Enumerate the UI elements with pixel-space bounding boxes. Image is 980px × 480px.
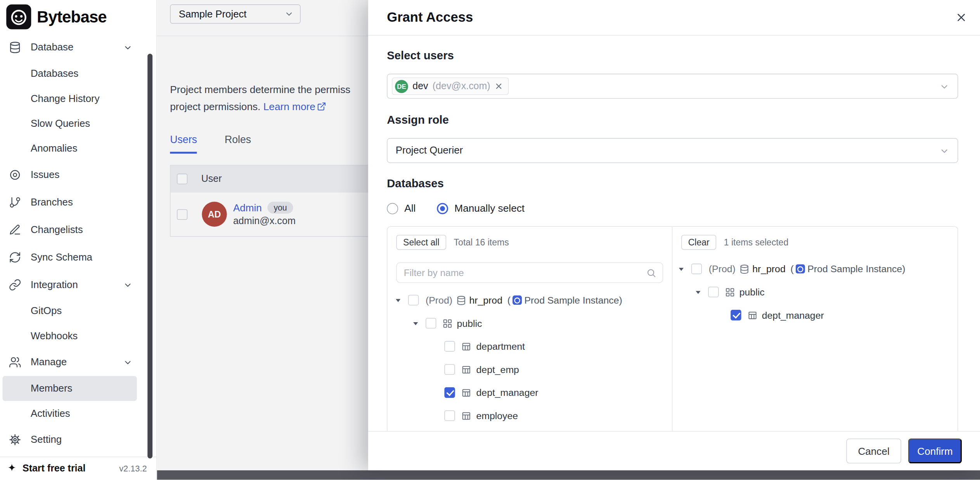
filter-input-wrap: [396, 262, 663, 283]
caret-down-icon[interactable]: [412, 319, 419, 327]
sidebar-item-manage[interactable]: Manage: [0, 349, 156, 376]
select-all-checkbox[interactable]: [177, 173, 187, 184]
sidebar-item-label: Integration: [31, 279, 78, 290]
close-icon[interactable]: [955, 11, 968, 24]
environment-label: (Prod): [709, 263, 736, 275]
row-checkbox[interactable]: [177, 209, 187, 219]
sidebar-item-activities[interactable]: Activities: [0, 401, 156, 426]
tree-row-database[interactable]: (Prod) hr_prod ( Prod Sample Instance): [388, 288, 672, 312]
member-name-link[interactable]: Admin: [233, 202, 262, 214]
tree-row-database[interactable]: (Prod) hr_prod ( Prod Sample Instance): [672, 257, 957, 281]
tree-row-table[interactable]: dept_manager: [672, 304, 957, 327]
instance-name: Prod Sample Instance): [525, 295, 622, 306]
sidebar-item-slow-queries[interactable]: Slow Queries: [0, 111, 156, 136]
sidebar-item-change-history[interactable]: Change History: [0, 86, 156, 111]
bytebase-instance-icon: [796, 264, 805, 273]
instance-name: Prod Sample Instance): [807, 263, 905, 275]
tab-users[interactable]: Users: [170, 134, 197, 154]
tree-row-table[interactable]: dept_manager: [388, 381, 672, 404]
sidebar: Bytebase Database Databases Change Histo…: [0, 0, 157, 480]
tree-checkbox[interactable]: [691, 264, 702, 274]
filter-input[interactable]: [404, 267, 646, 278]
tree-checkbox[interactable]: [731, 310, 741, 320]
sidebar-item-label: Setting: [31, 434, 62, 445]
sidebar-item-branches[interactable]: Branches: [0, 189, 156, 216]
external-link-icon: [317, 102, 326, 111]
chevron-down-icon: [123, 43, 132, 52]
member-tabs: Users Roles: [170, 134, 251, 154]
table-icon: [461, 411, 471, 421]
logo-row[interactable]: Bytebase: [0, 0, 156, 34]
radio-all[interactable]: All: [387, 202, 416, 214]
sidebar-item-label: Databases: [31, 68, 78, 79]
table-icon: [748, 310, 758, 320]
sidebar-item-webhooks[interactable]: Webhooks: [0, 323, 156, 348]
member-email: admin@x.com: [233, 216, 296, 227]
sidebar-item-sync-schema[interactable]: Sync Schema: [0, 243, 156, 271]
tree-row-schema[interactable]: public: [388, 312, 672, 335]
backdrop-strip: [157, 470, 980, 480]
drawer-header: Grant Access: [368, 0, 980, 36]
caret-down-icon[interactable]: [677, 265, 685, 273]
sidebar-scrollbar[interactable]: [147, 54, 152, 459]
cancel-button[interactable]: Cancel: [846, 439, 901, 463]
tree-checkbox[interactable]: [444, 410, 455, 421]
sidebar-item-integration[interactable]: Integration: [0, 271, 156, 299]
project-description: Project members determine the permiss pr…: [170, 81, 350, 115]
avatar: DE: [395, 79, 408, 93]
chip-user-email: (dev@x.com): [433, 81, 490, 92]
tree-row-table[interactable]: department: [388, 335, 672, 358]
tree-row-schema[interactable]: public: [672, 280, 957, 304]
sidebar-item-members[interactable]: Members: [2, 376, 137, 401]
chevron-down-icon: [939, 146, 949, 156]
tree-row-table[interactable]: employee: [388, 404, 672, 427]
sidebar-item-issues[interactable]: Issues: [0, 161, 156, 189]
learn-more-link[interactable]: Learn more: [263, 100, 326, 112]
role-select[interactable]: Project Querier: [387, 138, 958, 163]
user-chip: DE dev (dev@x.com): [392, 78, 509, 95]
instance-paren: (: [507, 295, 511, 306]
description-line2: project permissions. Learn more: [170, 98, 350, 115]
tree-checkbox[interactable]: [426, 318, 436, 328]
clear-button[interactable]: Clear: [681, 235, 716, 250]
project-selector[interactable]: Sample Project: [170, 4, 301, 24]
chevron-down-icon: [939, 82, 949, 92]
sidebar-item-changelists[interactable]: Changelists: [0, 216, 156, 243]
sidebar-item-label: GitOps: [31, 306, 62, 317]
confirm-button[interactable]: Confirm: [908, 439, 962, 463]
tree-checkbox[interactable]: [444, 387, 455, 398]
radio-manually-select[interactable]: Manually select: [437, 202, 525, 214]
schema-icon: [443, 318, 453, 328]
caret-down-icon[interactable]: [694, 288, 702, 295]
tree-checkbox[interactable]: [708, 287, 719, 297]
you-badge: you: [267, 202, 293, 214]
gear-icon: [9, 433, 21, 446]
user-multiselect[interactable]: DE dev (dev@x.com): [387, 74, 958, 98]
tree-row-table[interactable]: dept_emp: [388, 358, 672, 381]
sidebar-item-label: Changelists: [31, 224, 83, 235]
sidebar-item-setting[interactable]: Setting: [0, 426, 156, 454]
chevron-down-icon: [123, 280, 132, 290]
tree-checkbox[interactable]: [444, 341, 455, 352]
tab-roles[interactable]: Roles: [225, 134, 251, 154]
tree-checkbox[interactable]: [408, 295, 419, 305]
sidebar-item-databases[interactable]: Databases: [0, 61, 156, 86]
table-name: employee: [476, 410, 518, 421]
select-all-button[interactable]: Select all: [396, 235, 446, 250]
sidebar-item-anomalies[interactable]: Anomalies: [0, 136, 156, 161]
database-icon: [456, 295, 466, 305]
database-icon: [739, 264, 749, 274]
start-free-trial-link[interactable]: Start free trial: [23, 463, 85, 474]
issues-icon: [9, 169, 21, 181]
remove-user-icon[interactable]: [495, 82, 504, 91]
selected-count-label: 1 items selected: [724, 237, 788, 247]
selected-panel-header: Clear 1 items selected: [672, 235, 957, 250]
sidebar-item-database[interactable]: Database: [0, 34, 156, 61]
caret-down-icon[interactable]: [395, 296, 402, 304]
grant-access-drawer: Grant Access Select users DE dev (dev@x.…: [368, 0, 980, 470]
tree-checkbox[interactable]: [444, 364, 455, 375]
drawer-body: Select users DE dev (dev@x.com) Assign r…: [368, 49, 980, 470]
description-line2-text: project permissions.: [170, 100, 260, 112]
sidebar-item-gitops[interactable]: GitOps: [0, 299, 156, 323]
schema-name: public: [457, 318, 482, 329]
